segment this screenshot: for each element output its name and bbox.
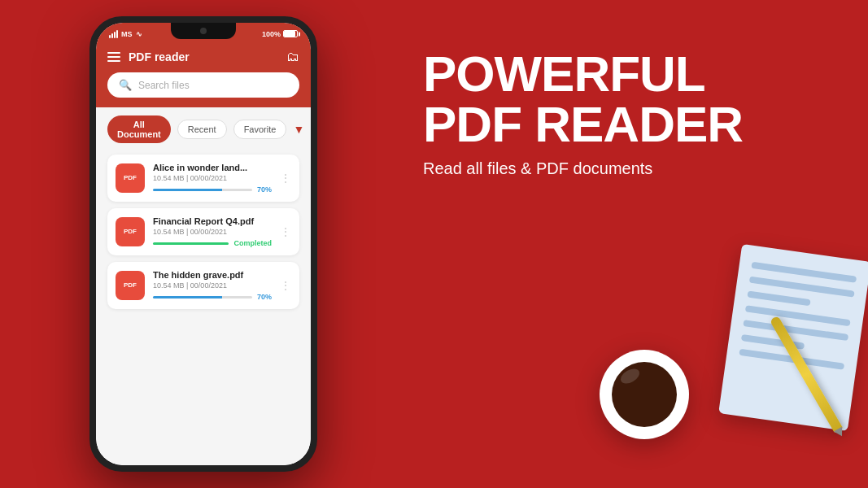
list-item[interactable]: PDF Alice in wonder land... 10.54 MB | 0… <box>107 155 299 202</box>
progress-container: 70% <box>153 185 272 194</box>
status-right: 100% <box>262 30 298 38</box>
left-section: MS ∿ 9:41 AM 100% PDF reader <box>0 0 407 488</box>
file-info: Alice in wonder land... 10.54 MB | 00/00… <box>153 163 272 194</box>
search-input-container[interactable]: 🔍 Search files <box>107 72 299 98</box>
folder-icon[interactable]: 🗂 <box>286 50 299 64</box>
file-meta: 10.54 MB | 00/00/2021 <box>153 174 272 182</box>
list-item[interactable]: PDF Financial Report Q4.pdf 10.54 MB | 0… <box>107 208 299 255</box>
file-name: Financial Report Q4.pdf <box>153 216 272 226</box>
carrier-text: MS <box>121 30 133 38</box>
file-meta: 10.54 MB | 00/00/2021 <box>153 228 272 236</box>
battery-icon <box>283 30 298 37</box>
progress-bar-blue <box>153 189 252 191</box>
progress-container: 70% <box>153 293 272 301</box>
status-bar: MS ∿ 9:41 AM 100% <box>96 23 311 41</box>
search-placeholder-text: Search files <box>138 80 190 91</box>
app-bar-left: PDF reader <box>107 50 190 63</box>
wifi-icon: ∿ <box>136 30 142 38</box>
app-bar: PDF reader 🗂 <box>96 41 311 72</box>
progress-label-blue: 70% <box>257 185 272 194</box>
phone-screen: MS ∿ 9:41 AM 100% PDF reader <box>96 23 311 465</box>
filter-tabs: All Document Recent Favorite ▼ <box>96 107 311 151</box>
battery-text: 100% <box>262 30 281 38</box>
file-meta: 10.54 MB | 00/00/2021 <box>153 281 272 290</box>
doc-line <box>747 290 810 306</box>
search-bar: 🔍 Search files <box>96 72 311 107</box>
more-options-icon[interactable]: ⋮ <box>280 225 291 238</box>
progress-bar-blue-2 <box>153 296 252 298</box>
list-item[interactable]: PDF The hidden grave.pdf 10.54 MB | 00/0… <box>107 262 299 309</box>
right-section: POWERFUL PDF READER Read all files & PDF… <box>407 0 868 488</box>
signal-bars <box>109 30 118 38</box>
cup-inner <box>612 362 677 427</box>
headline: POWERFUL PDF READER <box>423 49 835 150</box>
headline-line1: POWERFUL <box>423 49 835 99</box>
file-name: Alice in wonder land... <box>153 163 272 172</box>
subheadline: Read all files & PDF documents <box>423 159 835 178</box>
search-icon: 🔍 <box>119 79 132 91</box>
hamburger-menu-icon[interactable] <box>107 52 120 62</box>
progress-bar-green <box>153 242 229 245</box>
coffee-cup-illustration <box>600 350 697 447</box>
progress-container: Completed <box>153 239 272 247</box>
file-info: Financial Report Q4.pdf 10.54 MB | 00/00… <box>153 216 272 247</box>
progress-label-blue-2: 70% <box>257 293 272 301</box>
headline-line2: PDF READER <box>423 99 835 150</box>
pdf-icon-box: PDF <box>116 217 145 246</box>
progress-label-green: Completed <box>233 239 272 247</box>
tab-all-document[interactable]: All Document <box>107 115 171 143</box>
app-title: PDF reader <box>129 50 190 63</box>
status-left: MS ∿ <box>109 30 142 38</box>
document-illustration <box>718 244 868 431</box>
tab-recent[interactable]: Recent <box>177 120 227 139</box>
decorative-area <box>583 244 860 472</box>
tab-favorite[interactable]: Favorite <box>233 120 287 139</box>
pdf-icon-box: PDF <box>116 271 145 300</box>
file-list: PDF Alice in wonder land... 10.54 MB | 0… <box>96 151 311 465</box>
file-name: The hidden grave.pdf <box>153 270 272 280</box>
filter-icon[interactable]: ▼ <box>293 123 304 136</box>
pdf-icon-box: PDF <box>116 163 145 193</box>
cup-outer <box>600 350 689 439</box>
status-time: 9:41 AM <box>186 29 217 38</box>
more-options-icon[interactable]: ⋮ <box>280 279 291 292</box>
file-info: The hidden grave.pdf 10.54 MB | 00/00/20… <box>153 270 272 301</box>
phone-mockup: MS ∿ 9:41 AM 100% PDF reader <box>89 16 317 472</box>
more-options-icon[interactable]: ⋮ <box>280 172 291 185</box>
